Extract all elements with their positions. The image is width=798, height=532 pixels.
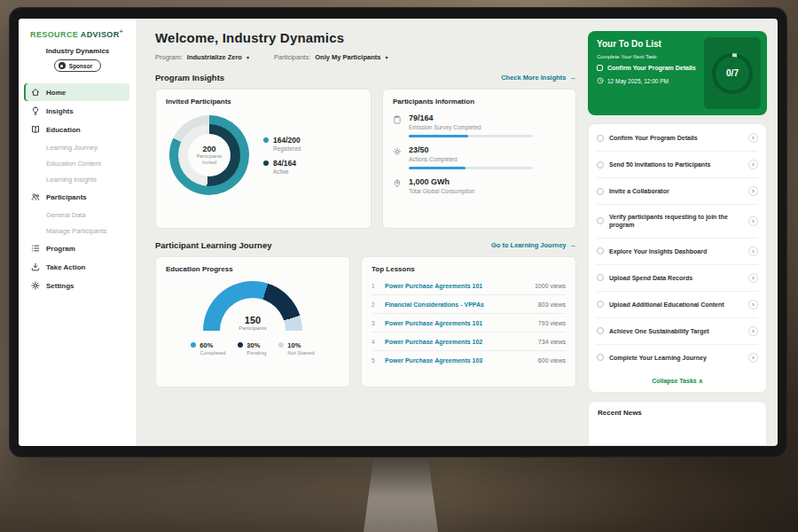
- home-icon: [31, 88, 40, 97]
- sidebar-item-general-data[interactable]: General Data: [24, 207, 129, 223]
- sidebar-item-program[interactable]: Program: [24, 239, 129, 257]
- radio-icon[interactable]: [597, 274, 604, 281]
- chevron-right-icon[interactable]: ›: [748, 216, 758, 226]
- sidebar-item-manage-participants[interactable]: Manage Participants: [24, 223, 129, 239]
- chevron-right-icon[interactable]: ›: [748, 273, 758, 283]
- invited-donut-center: 200 Participants Invited: [188, 134, 231, 176]
- task-row[interactable]: Verify participants requesting to join t…: [597, 205, 758, 239]
- emission-progress-bar: [409, 135, 533, 137]
- chevron-right-icon[interactable]: ›: [748, 246, 758, 256]
- filter-bar: Program: Industrialize Zero ▾ Participan…: [155, 53, 576, 61]
- logo-plus: +: [120, 28, 124, 35]
- recent-news-title: Recent News: [598, 409, 757, 417]
- lesson-row: 4 Power Purchase Agreements 102 734 view…: [372, 332, 566, 351]
- recent-news-card: Recent News: [588, 401, 767, 446]
- legend-dot: [263, 137, 269, 143]
- radio-icon[interactable]: [597, 354, 604, 361]
- task-row[interactable]: Confirm Your Program Details ›: [597, 125, 758, 152]
- logo-resource: RESOURCE: [30, 30, 78, 39]
- lesson-link[interactable]: Power Purchase Agreements 103: [385, 357, 531, 364]
- sponsor-badge: Sponsor: [54, 59, 101, 72]
- legend-dot: [263, 160, 269, 166]
- todo-progress-value: 0/7: [716, 57, 749, 90]
- location-pin-icon: [393, 179, 402, 188]
- sidebar-item-label: Participants: [46, 193, 87, 201]
- lesson-link[interactable]: Financial Considerations - VPPAs: [385, 301, 531, 308]
- collapse-tasks-link[interactable]: Collapse Tasks ∧: [597, 371, 758, 391]
- chevron-down-icon: ▾: [246, 55, 249, 60]
- stat-progress-fill: [409, 135, 468, 137]
- app-logo: RESOURCE ADVISOR+: [19, 28, 137, 39]
- sidebar-item-participants[interactable]: Participants: [24, 188, 129, 206]
- sidebar-item-take-action[interactable]: Take Action: [24, 258, 129, 276]
- task-row[interactable]: Send 50 Invitations to Participants ›: [597, 152, 758, 178]
- todo-task-list: Confirm Your Program Details › Send 50 I…: [588, 123, 767, 393]
- sidebar-item-learning-insights[interactable]: Learning Insights: [24, 171, 129, 187]
- task-row[interactable]: Invite a Collaborator ›: [597, 178, 758, 205]
- logo-advisor: ADVISOR: [81, 30, 120, 39]
- sidebar-item-label: Settings: [46, 282, 74, 290]
- sidebar-item-home[interactable]: Home: [24, 83, 129, 101]
- legend-registered: 164/200 Registered: [263, 136, 301, 152]
- participants-filter[interactable]: Participants: Only My Participants ▾: [274, 53, 387, 61]
- stat-emission-survey: 79/164 Emission Survey Completed: [393, 113, 566, 137]
- legend-dot: [278, 342, 284, 348]
- page-title: Welcome, Industry Dynamics: [155, 30, 576, 45]
- todo-progress-ring: 0/7: [712, 53, 753, 94]
- task-row[interactable]: Upload Additional Educational Content ›: [597, 292, 758, 318]
- legend-active: 84/164 Active: [263, 159, 301, 175]
- lesson-link[interactable]: Power Purchase Agreements 101: [385, 283, 528, 289]
- main-content: Welcome, Industry Dynamics Program: Indu…: [137, 19, 588, 446]
- check-more-insights-link[interactable]: Check More Insights →: [501, 74, 576, 82]
- go-to-learning-journey-link[interactable]: Go to Learning Journey →: [491, 241, 576, 249]
- program-filter[interactable]: Program: Industrialize Zero ▾: [155, 53, 249, 61]
- todo-title: Your To Do List: [597, 39, 696, 49]
- radio-icon[interactable]: [597, 161, 604, 168]
- task-row[interactable]: Achieve One Sustainability Target ›: [597, 318, 758, 345]
- stat-global-consumption: 1,000 GWh Total Global Consumption: [393, 177, 566, 194]
- legend-completed: 60% Completed: [191, 341, 225, 356]
- education-legend: 60% Completed 30% Pending: [191, 341, 314, 356]
- sidebar-item-learning-journey[interactable]: Learning Journey: [24, 139, 129, 155]
- task-row[interactable]: Explore Your Insights Dashboard ›: [597, 239, 758, 265]
- todo-due: 12 May 2025, 12:00 PM: [597, 77, 696, 84]
- todo-next-task[interactable]: Confirm Your Program Details: [597, 65, 696, 71]
- sidebar-item-insights[interactable]: Insights: [24, 102, 129, 120]
- radio-icon[interactable]: [597, 327, 604, 334]
- education-card-title: Education Progress: [166, 265, 340, 273]
- lesson-link[interactable]: Power Purchase Agreements 102: [385, 339, 531, 345]
- radio-icon[interactable]: [597, 301, 604, 308]
- lesson-link[interactable]: Power Purchase Agreements 101: [385, 320, 531, 326]
- top-lessons-card: Top Lessons 1 Power Purchase Agreements …: [361, 256, 576, 387]
- chevron-right-icon[interactable]: ›: [748, 186, 758, 196]
- chevron-right-icon[interactable]: ›: [748, 353, 758, 363]
- chevron-right-icon[interactable]: ›: [748, 300, 758, 309]
- task-row[interactable]: Upload Spend Data Records ›: [597, 265, 758, 292]
- actions-progress-bar: [409, 167, 533, 169]
- task-row[interactable]: Complete Your Learning Journey ›: [597, 345, 758, 371]
- radio-icon[interactable]: [597, 217, 604, 224]
- todo-column: Your To Do List Complete Your Next Task:…: [588, 19, 778, 446]
- invited-legend: 164/200 Registered 84/164 Active: [263, 129, 301, 182]
- arrow-right-icon: →: [570, 241, 577, 249]
- sponsor-badge-label: Sponsor: [69, 63, 92, 69]
- gear-icon: [31, 281, 40, 290]
- sidebar-item-education-content[interactable]: Education Content: [24, 155, 129, 171]
- chevron-right-icon[interactable]: ›: [748, 326, 758, 336]
- learning-journey-title: Participant Learning Journey: [155, 240, 271, 250]
- lesson-row: 2 Financial Considerations - VPPAs 803 v…: [372, 295, 566, 314]
- radio-icon[interactable]: [597, 188, 604, 195]
- info-card-title: Participants Information: [393, 98, 566, 106]
- monitor-stand: [364, 454, 438, 532]
- chevron-right-icon[interactable]: ›: [748, 160, 758, 169]
- checkbox-icon[interactable]: [597, 65, 603, 71]
- chevron-down-icon: ▾: [385, 55, 387, 60]
- radio-icon[interactable]: [597, 247, 604, 254]
- radio-icon[interactable]: [597, 135, 604, 142]
- sidebar-item-label: Program: [46, 245, 75, 253]
- sidebar-item-education[interactable]: Education: [24, 121, 129, 138]
- sidebar-item-label: Take Action: [46, 263, 85, 271]
- sidebar-item-settings[interactable]: Settings: [24, 277, 129, 294]
- todo-summary-card: Your To Do List Complete Your Next Task:…: [588, 31, 767, 115]
- chevron-right-icon[interactable]: ›: [748, 133, 758, 143]
